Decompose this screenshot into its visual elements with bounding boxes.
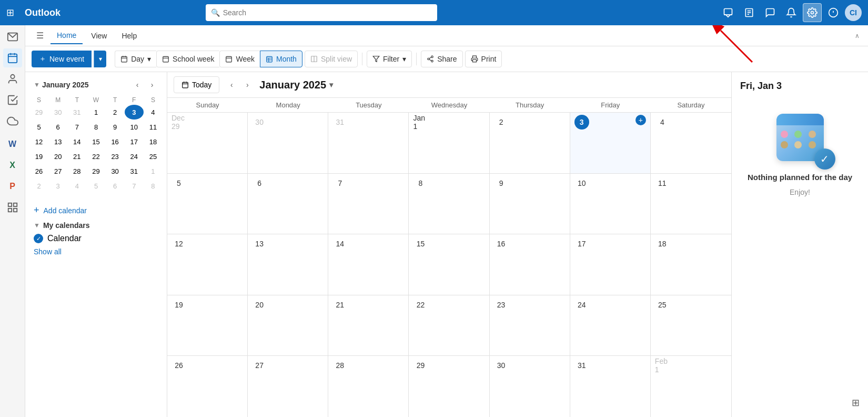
mini-cal-day[interactable]: 8 (86, 120, 105, 134)
mini-cal-day[interactable]: 14 (67, 134, 86, 149)
mini-cal-next-btn[interactable]: › (146, 78, 158, 91)
share-btn[interactable]: Share (421, 51, 462, 67)
mini-cal-day[interactable]: 1 (144, 164, 163, 178)
cal-cell[interactable]: 4 (651, 113, 731, 173)
month-btn[interactable]: Month (260, 51, 302, 67)
cal-cell[interactable]: 18 (651, 234, 731, 295)
mini-cal-day[interactable]: 25 (144, 149, 163, 164)
cal-cell[interactable]: 29 (409, 356, 489, 417)
cal-cell[interactable]: 2 (490, 113, 570, 173)
sidebar-icon-mail[interactable] (3, 27, 22, 46)
cal-cell[interactable]: 14 (328, 234, 409, 295)
cal-cell[interactable]: 28 (328, 356, 409, 417)
mini-cal-day[interactable]: 24 (125, 149, 144, 164)
mini-cal-day[interactable]: 2 (106, 105, 125, 120)
tab-help[interactable]: Help (115, 27, 143, 44)
mini-cal-day[interactable]: 29 (29, 105, 48, 120)
cal-cell[interactable]: 9 (490, 174, 570, 234)
new-event-dropdown-btn[interactable]: ▾ (94, 51, 106, 67)
mini-cal-day[interactable]: 12 (29, 134, 48, 149)
ribbon-collapse-btn[interactable]: ∧ (853, 30, 862, 42)
mini-cal-day[interactable]: 6 (48, 120, 67, 134)
mini-cal-day[interactable]: 5 (29, 120, 48, 134)
sidebar-icon-ppt[interactable]: P (3, 177, 22, 196)
cal-cell[interactable]: 13 (248, 234, 328, 295)
cal-cell[interactable]: 25 (651, 295, 731, 356)
settings-icon-btn[interactable] (803, 3, 822, 22)
mini-cal-day[interactable]: 2 (29, 178, 48, 193)
mini-cal-day[interactable]: 7 (67, 120, 86, 134)
mini-cal-day[interactable]: 30 (106, 164, 125, 178)
right-panel-bottom[interactable]: ⊞ (852, 397, 860, 409)
mini-cal-day[interactable]: 21 (67, 149, 86, 164)
hamburger-btn[interactable]: ☰ (32, 27, 48, 44)
cal-cell[interactable]: 8 (409, 174, 489, 234)
sidebar-icon-onedrive[interactable] (3, 112, 22, 131)
mini-cal-day[interactable]: 7 (125, 178, 144, 193)
mini-cal-day[interactable]: 18 (144, 134, 163, 149)
cal-cell[interactable]: 26 (167, 356, 248, 417)
cal-cell[interactable]: 5 (167, 174, 248, 234)
mini-cal-day[interactable]: 22 (86, 149, 105, 164)
mini-cal-day[interactable]: 27 (48, 164, 67, 178)
calendar-item[interactable]: ✓ Calendar (29, 232, 163, 245)
mini-cal-day[interactable]: 11 (144, 120, 163, 134)
mini-cal-day[interactable]: 5 (86, 178, 105, 193)
my-calendars-header[interactable]: ▼ My calendars (29, 219, 163, 232)
show-all-btn[interactable]: Show all (29, 245, 163, 258)
cal-cell[interactable]: 19 (167, 295, 248, 356)
cal-cell[interactable]: 10 (570, 174, 651, 234)
cal-next-btn[interactable]: › (239, 77, 255, 93)
mini-cal-day[interactable]: 19 (29, 149, 48, 164)
school-week-btn[interactable]: School week (156, 51, 219, 67)
mini-cal-day[interactable]: 3 (125, 105, 144, 120)
sidebar-icon-people[interactable] (3, 70, 22, 88)
cal-month-dropdown-icon[interactable]: ▾ (329, 81, 333, 89)
cal-cell[interactable]: 30 (248, 113, 328, 173)
cal-cell[interactable]: 30 (490, 356, 570, 417)
grid-icon[interactable]: ⊞ (6, 7, 14, 18)
sidebar-icon-todo[interactable] (3, 91, 22, 110)
new-event-button[interactable]: ＋ New event (32, 51, 92, 67)
print-btn[interactable]: Print (465, 51, 502, 67)
cal-cell[interactable]: 7 (328, 174, 409, 234)
cal-cell[interactable]: 24 (570, 295, 651, 356)
cal-cell[interactable]: 6 (248, 174, 328, 234)
mini-cal-day[interactable]: 10 (125, 120, 144, 134)
mini-cal-day[interactable]: 15 (86, 134, 105, 149)
mini-cal-day[interactable]: 29 (86, 164, 105, 178)
mini-cal-day[interactable]: 8 (144, 178, 163, 193)
today-btn[interactable]: Today (174, 76, 219, 93)
sidebar-icon-excel[interactable]: X (3, 156, 22, 175)
mini-cal-day[interactable]: 13 (48, 134, 67, 149)
cal-cell[interactable]: 15 (409, 234, 489, 295)
cal-cell[interactable]: 27 (248, 356, 328, 417)
mini-cal-day[interactable]: 1 (86, 105, 105, 120)
tab-home[interactable]: Home (51, 27, 83, 44)
cal-cell[interactable]: 21 (328, 295, 409, 356)
comment-icon-btn[interactable] (761, 3, 780, 22)
cal-cell[interactable]: 22 (409, 295, 489, 356)
day-btn[interactable]: Day ▾ (115, 51, 156, 67)
cal-cell[interactable]: 3+ (570, 113, 651, 173)
add-calendar-btn[interactable]: + Add calendar (29, 202, 163, 219)
mini-cal-day[interactable]: 28 (67, 164, 86, 178)
mini-cal-day[interactable]: 30 (48, 105, 67, 120)
mini-cal-prev-btn[interactable]: ‹ (131, 78, 144, 91)
mini-cal-day[interactable]: 9 (106, 120, 125, 134)
mini-cal-collapse-icon[interactable]: ▼ (34, 81, 40, 88)
mini-cal-day[interactable]: 3 (48, 178, 67, 193)
notification-icon-btn[interactable] (824, 3, 843, 22)
sidebar-icon-apps[interactable] (3, 198, 22, 217)
cal-cell[interactable]: 23 (490, 295, 570, 356)
week-btn[interactable]: Week (219, 51, 260, 67)
split-view-btn[interactable]: Split view (305, 51, 358, 67)
mini-cal-day[interactable]: 31 (125, 164, 144, 178)
expand-panel-icon[interactable]: ⊞ (852, 398, 860, 408)
sidebar-icon-calendar[interactable] (3, 48, 22, 67)
cal-cell[interactable]: 17 (570, 234, 651, 295)
mini-cal-day[interactable]: 17 (125, 134, 144, 149)
mini-cal-day[interactable]: 31 (67, 105, 86, 120)
bell-icon-btn[interactable] (782, 3, 801, 22)
cal-cell[interactable]: 11 (651, 174, 731, 234)
